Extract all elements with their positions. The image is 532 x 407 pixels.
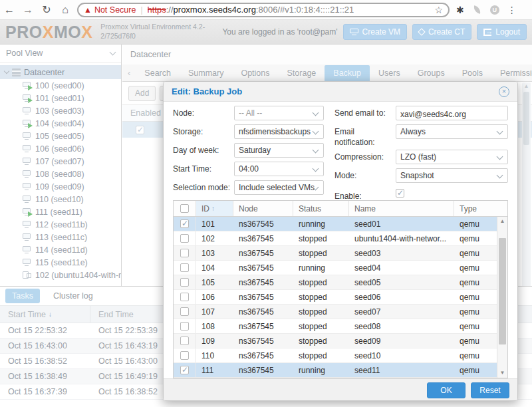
send-email-input[interactable]	[396, 106, 508, 120]
row-checkbox[interactable]	[180, 351, 189, 360]
tab-groups[interactable]: Groups	[409, 65, 454, 81]
tree-item-vm-115[interactable]: 115 (seed11e)	[0, 256, 121, 269]
table-row[interactable]: 101ns367545runningseed01qemu	[174, 217, 497, 231]
tree-item-vm-112[interactable]: 112 (seed11b)	[0, 218, 121, 231]
dialog-header[interactable]: Edit: Backup Job ×	[164, 82, 517, 102]
id-column-header[interactable]: ID↑	[196, 201, 233, 216]
tab-tasks[interactable]: Tasks	[5, 289, 40, 303]
back-icon[interactable]: ←	[0, 4, 19, 16]
row-checkbox[interactable]	[180, 366, 189, 374]
ok-button[interactable]: OK	[427, 382, 466, 398]
add-button[interactable]: Add	[128, 86, 156, 101]
table-row[interactable]: 111ns367545runningseed11qemu	[174, 363, 497, 378]
scroll-up-icon[interactable]: ▲	[522, 82, 531, 90]
row-checkbox[interactable]	[180, 307, 189, 316]
tab-storage[interactable]: Storage	[279, 65, 325, 81]
row-checkbox[interactable]	[180, 293, 189, 301]
table-row[interactable]: 103ns367545stoppedseed03qemu	[174, 246, 497, 261]
create-vm-button[interactable]: Create VM	[343, 24, 407, 40]
storage-select[interactable]: nfsdimensisbackups	[234, 124, 324, 139]
security-warning-label[interactable]: Not Secure	[94, 5, 136, 15]
close-icon[interactable]: ×	[499, 86, 509, 97]
bookmark-star-icon[interactable]: ☆	[434, 5, 443, 15]
logout-button[interactable]: Logout	[477, 24, 527, 40]
scroll-down-icon[interactable]: ▼	[497, 368, 507, 378]
tree-item-vm-108[interactable]: 108 (seed08)	[0, 168, 121, 180]
enabled-checkbox[interactable]	[136, 126, 144, 134]
table-row[interactable]: 107ns367545stoppedseed07qemu	[174, 305, 497, 319]
selection-mode-select[interactable]: Include selected VMs	[234, 180, 324, 195]
tree-item-vm-113[interactable]: 113 (seed11c)	[0, 231, 121, 243]
view-selector[interactable]: Pool View	[0, 45, 121, 63]
status-column-header[interactable]: Status	[293, 201, 349, 216]
start-time-select[interactable]: 04:00	[234, 162, 324, 176]
scroll-up-icon[interactable]: ▲	[497, 217, 507, 226]
day-of-week-select[interactable]: Saturday	[234, 143, 324, 158]
row-checkbox[interactable]	[180, 278, 189, 287]
tab-users[interactable]: Users	[370, 65, 409, 81]
row-checkbox[interactable]	[180, 219, 189, 228]
tree-item-vm-107[interactable]: 107 (seed07)	[0, 155, 121, 168]
tab-options[interactable]: Options	[232, 65, 278, 81]
extension-icon-3[interactable]: U	[490, 5, 499, 15]
row-checkbox[interactable]	[180, 263, 189, 272]
tree-item-vm-102[interactable]: 102 (ubuntu1404-with-ne	[0, 269, 121, 281]
tree-item-vm-106[interactable]: 106 (seed06)	[0, 142, 121, 155]
table-row[interactable]: 104ns367545runningseed04qemu	[174, 261, 497, 275]
table-row[interactable]: 106ns367545stoppedseed06qemu	[174, 290, 497, 305]
table-row[interactable]: 110ns367545stoppedseed10qemu	[174, 348, 497, 363]
compression-select[interactable]: LZO (fast)	[396, 150, 508, 164]
tree-item-vm-114[interactable]: 114 (seed11d)	[0, 243, 121, 256]
tree-item-vm-103[interactable]: 103 (seed03)	[0, 104, 121, 117]
tab-search[interactable]: Search	[136, 65, 180, 81]
url-text[interactable]: https://proxmox.seeds4c.org:8006/#v1:0:1…	[148, 5, 431, 15]
table-row[interactable]: 108ns367545stoppedseed08qemu	[174, 319, 497, 334]
table-row[interactable]: 105ns367545stoppedseed05qemu	[174, 275, 497, 290]
tab-permissions[interactable]: Permissions	[491, 65, 532, 81]
enable-checkbox[interactable]	[396, 189, 404, 198]
table-row[interactable]: 109ns367545stoppedseed09qemu	[174, 334, 497, 348]
home-icon[interactable]: ⌂	[56, 4, 74, 16]
tab-cluster-log[interactable]: Cluster log	[47, 289, 100, 303]
reload-icon[interactable]: ↻	[37, 3, 56, 16]
select-all-checkbox[interactable]	[180, 204, 189, 213]
scrollbar-thumb[interactable]	[523, 92, 529, 145]
warning-icon[interactable]: ▲	[84, 5, 92, 15]
tree-item-vm-105[interactable]: 105 (seed05)	[0, 130, 121, 142]
create-ct-button[interactable]: Create CT	[412, 24, 471, 40]
name-column-header[interactable]: Name	[349, 201, 454, 216]
extension-icon-2[interactable]	[473, 5, 481, 14]
address-bar[interactable]: ▲ Not Secure | https://proxmox.seeds4c.o…	[77, 3, 450, 17]
node-column-header[interactable]: Node	[233, 201, 293, 216]
row-checkbox[interactable]	[180, 249, 189, 257]
tree-item-vm-104[interactable]: 104 (seed04)	[0, 117, 121, 130]
expander-icon[interactable]	[4, 68, 9, 74]
forward-icon[interactable]: →	[19, 4, 37, 16]
table-row[interactable]: 102ns367545stoppedubuntu1404-with-networ…	[174, 231, 497, 246]
tab-scroll-left-icon[interactable]: ‹	[122, 68, 136, 78]
tree-item-vm-110[interactable]: 110 (seed10)	[0, 193, 121, 205]
row-checkbox[interactable]	[180, 337, 189, 345]
browser-menu-icon[interactable]: ⋮	[507, 5, 517, 15]
tree-item-datacenter[interactable]: Datacenter	[0, 65, 121, 79]
tree-item-vm-109[interactable]: 109 (seed09)	[0, 180, 121, 193]
email-notification-select[interactable]: Always	[396, 124, 508, 139]
tree-item-vm-100[interactable]: 100 (seed00)	[0, 79, 121, 92]
tab-summary[interactable]: Summary	[180, 65, 232, 81]
tree-item-vm-101[interactable]: 101 (seed01)	[0, 92, 121, 104]
table-scrollbar[interactable]: ▲ ▼	[497, 217, 507, 378]
mode-select[interactable]: Snapshot	[396, 168, 508, 183]
row-checkbox[interactable]	[180, 234, 189, 243]
row-checkbox[interactable]	[180, 322, 189, 331]
scrollbar-thumb[interactable]	[499, 238, 506, 344]
tab-backup[interactable]: Backup	[325, 65, 370, 81]
type-column-header[interactable]: Type	[454, 201, 507, 216]
extension-icon-1[interactable]: ✱	[456, 5, 464, 15]
tab-pools[interactable]: Pools	[454, 65, 491, 81]
reset-button[interactable]: Reset	[471, 382, 509, 398]
end-time-column-header[interactable]: End Time	[90, 310, 170, 319]
start-time-label: Start Time:	[173, 162, 234, 176]
node-select[interactable]: -- All --	[234, 106, 324, 120]
start-time-column-header[interactable]: Start Time↓	[0, 306, 90, 323]
tree-item-vm-111[interactable]: 111 (seed11)	[0, 205, 121, 218]
